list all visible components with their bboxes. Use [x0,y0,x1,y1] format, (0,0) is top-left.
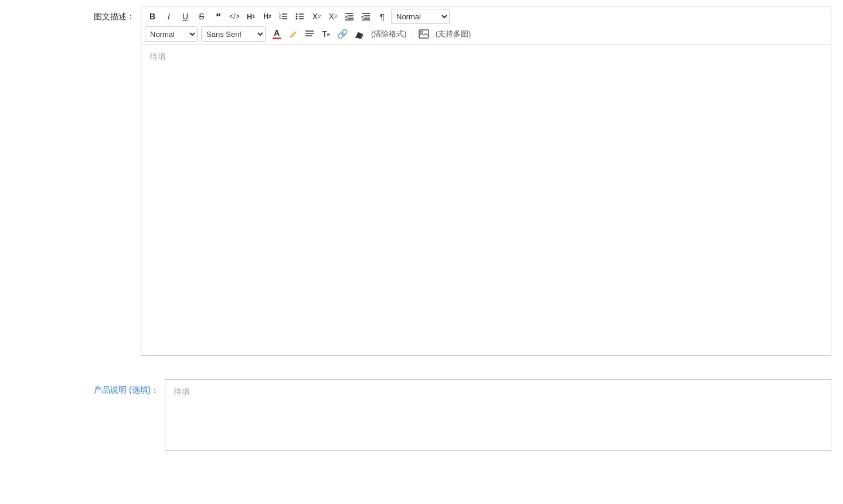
text-color-button[interactable]: A [269,26,284,42]
ordered-list-button[interactable]: 1. 2. 3. [276,9,291,24]
image-description-row: 图文描述： B I U S ❝ </> H1 H2 [94,0,831,362]
product-description-content[interactable]: 待填 [165,380,831,450]
clear-format-label[interactable]: (清除格式) [368,28,410,40]
product-description-label: 产品说明 (选填)： [94,379,165,396]
strikethrough-button[interactable]: S [194,9,209,24]
product-description-row: 产品说明 (选填)： 待填 [94,373,831,457]
code-button[interactable]: </> [227,9,242,24]
image-description-editor-wrapper: B I U S ❝ </> H1 H2 1. 2. [141,6,831,356]
quote-button[interactable]: ❝ [210,9,226,24]
svg-point-8 [296,18,298,20]
unordered-list-button[interactable] [293,9,308,24]
svg-point-7 [296,16,298,18]
image-label[interactable]: (支持多图) [433,28,474,40]
toolbar-row-1: B I U S ❝ </> H1 H2 1. 2. [145,9,827,24]
align-justify-button[interactable] [302,26,317,42]
bold-button[interactable]: B [145,9,160,24]
superscript-button[interactable]: X2 [325,9,341,24]
link-button[interactable]: 🔗 [335,26,351,42]
image-description-placeholder: 待填 [149,52,166,61]
paragraph-button[interactable]: ¶ [375,9,390,24]
subscript-button[interactable]: X2 [309,9,324,24]
clear-format-button[interactable]: Tx [318,26,334,42]
font-size-select[interactable]: Normal Small Large [145,26,198,42]
svg-point-6 [296,13,298,15]
italic-button[interactable]: I [161,9,176,24]
highlight-button[interactable] [285,26,301,42]
font-family-select[interactable]: Sans Serif Serif Monospace [201,26,266,42]
toolbar-row-2: Normal Small Large Sans Serif Serif Mono… [145,26,827,42]
indent-left-button[interactable] [358,9,373,24]
heading-select[interactable]: Normal Heading 1 Heading 2 Heading 3 [391,9,450,24]
eraser-button[interactable] [352,26,367,42]
indent-right-button[interactable] [342,9,357,24]
image-button[interactable] [416,26,431,42]
toolbar-separator-1 [413,28,413,40]
product-description-placeholder: 待填 [174,387,190,396]
underline-button[interactable]: U [178,9,193,24]
svg-text:3.: 3. [279,16,281,20]
toolbar: B I U S ❝ </> H1 H2 1. 2. [141,6,831,45]
product-description-editor-wrapper: 待填 [165,379,831,451]
page-container: 图文描述： B I U S ❝ </> H1 H2 [0,0,843,504]
h1-button[interactable]: H1 [243,9,259,24]
h2-button[interactable]: H2 [260,9,275,24]
image-description-content[interactable]: 待填 [141,45,831,355]
image-description-label: 图文描述： [94,6,141,22]
